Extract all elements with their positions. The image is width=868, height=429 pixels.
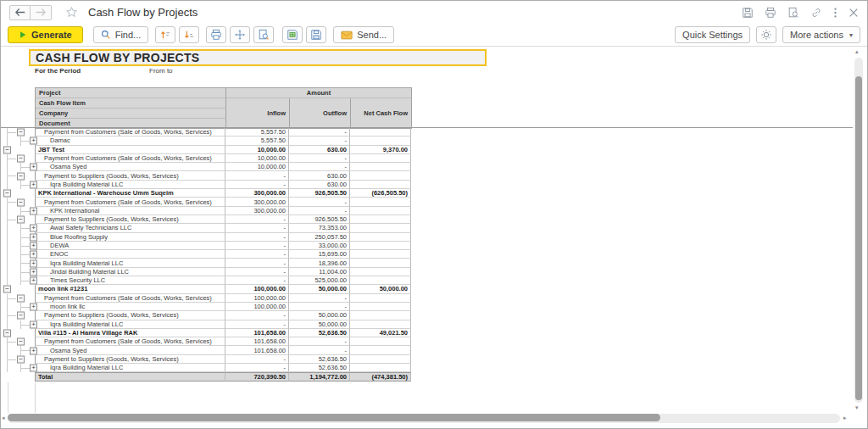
table-row[interactable]: +Osama Syed101,658.00- <box>1 346 411 354</box>
table-row[interactable]: −Payment to Suppliers (Goods, Works, Ser… <box>1 311 411 320</box>
table-row[interactable]: +Times Security LLC-525,000.00 <box>1 276 411 285</box>
collapse-icon[interactable]: − <box>17 155 25 163</box>
expand-icon[interactable]: + <box>30 259 37 267</box>
expand-icon[interactable]: + <box>30 268 37 276</box>
cell-outflow[interactable]: - <box>289 303 350 311</box>
table-row[interactable]: +Awal Safety Technicians LLC-73,353.00 <box>1 224 411 232</box>
print-icon[interactable] <box>765 7 776 19</box>
cell-outflow[interactable]: - <box>289 337 350 346</box>
cell-inflow[interactable]: - <box>225 364 289 372</box>
expand-icon[interactable]: + <box>30 137 37 145</box>
table-row[interactable]: −Villa #115 - Al Hamra Village RAK101,65… <box>1 329 411 337</box>
cell-outflow[interactable]: - <box>289 207 350 215</box>
cell-outflow[interactable]: 33,000.00 <box>289 242 350 250</box>
scroll-right-icon[interactable]: ▸ <box>843 415 847 421</box>
cell-net[interactable] <box>350 311 411 320</box>
expand-icon[interactable]: + <box>30 347 37 354</box>
link-icon[interactable] <box>810 7 822 19</box>
cell-net[interactable] <box>350 181 411 189</box>
fit-to-page-button[interactable] <box>230 26 250 43</box>
cell-net[interactable] <box>350 294 411 303</box>
vertical-scroll-thumb[interactable] <box>855 76 862 400</box>
table-row[interactable]: Total720,390.501,194,772.00(474,381.50) <box>1 372 411 381</box>
table-row[interactable]: −KPK International - Warehouse Umm Suqei… <box>1 189 411 198</box>
expand-icon[interactable]: + <box>30 251 37 259</box>
cell-label[interactable]: Villa #115 - Al Hamra Village RAK <box>35 329 225 337</box>
table-row[interactable]: −Payment to Suppliers (Goods, Works, Ser… <box>1 215 411 224</box>
sort-ascending-button[interactable] <box>155 26 175 43</box>
collapse-icon[interactable]: − <box>17 338 25 346</box>
expand-icon[interactable]: + <box>30 320 37 328</box>
cell-label[interactable]: Total <box>35 372 225 381</box>
cell-label[interactable]: ENOC <box>35 250 225 259</box>
cell-inflow[interactable]: - <box>225 224 289 232</box>
cell-net[interactable]: (626,505.50) <box>350 189 411 198</box>
scroll-down-icon[interactable]: ▾ <box>855 404 859 411</box>
cell-net[interactable] <box>350 207 411 215</box>
horizontal-scroll-thumb[interactable] <box>8 414 660 421</box>
cell-label[interactable]: Damac <box>35 136 225 145</box>
table-row[interactable]: +Osama Syed10,000.00- <box>1 163 411 171</box>
cell-label[interactable]: DEWA <box>35 242 225 250</box>
collapse-icon[interactable]: − <box>17 129 25 136</box>
cell-inflow[interactable]: 300,000.00 <box>225 189 289 198</box>
header-company[interactable]: Company <box>36 109 226 119</box>
cell-label[interactable]: Iqra Building Material LLC <box>35 320 225 329</box>
cell-inflow[interactable]: - <box>225 181 289 189</box>
cell-inflow[interactable]: 101,658.00 <box>225 329 289 337</box>
table-row[interactable]: +Jindal Building Material LLC-11,004.00 <box>1 268 411 276</box>
cell-net[interactable]: (474,381.50) <box>350 372 411 381</box>
cell-label[interactable]: Payment from Customers (Sale of Goods, W… <box>35 154 225 163</box>
cell-outflow[interactable]: 73,353.00 <box>289 224 350 232</box>
cell-outflow[interactable]: - <box>289 163 350 171</box>
forward-button[interactable] <box>31 5 52 20</box>
cell-inflow[interactable]: 300,000.00 <box>225 207 289 215</box>
collapse-icon[interactable]: − <box>17 172 25 180</box>
cell-label[interactable]: KPK International - Warehouse Umm Suqeim <box>35 189 225 198</box>
collapse-icon[interactable]: − <box>3 190 11 198</box>
expand-icon[interactable]: + <box>30 164 37 171</box>
scroll-left-icon[interactable]: ◂ <box>2 415 5 421</box>
collapse-icon[interactable]: − <box>3 329 11 337</box>
expand-icon[interactable]: + <box>30 304 37 311</box>
table-row[interactable]: +ENOC-15,695.00 <box>1 250 411 259</box>
cell-net[interactable] <box>350 224 411 232</box>
table-row[interactable]: −moon link #1231100,000.0050,000.0050,00… <box>1 285 411 293</box>
table-row[interactable]: +KPK International300,000.00- <box>1 207 411 215</box>
table-row[interactable]: −Payment from Customers (Sale of Goods, … <box>1 198 411 206</box>
cell-outflow[interactable]: 11,004.00 <box>289 268 350 276</box>
cell-inflow[interactable]: - <box>225 259 289 267</box>
cell-outflow[interactable]: 52,636.50 <box>289 364 350 372</box>
sort-descending-button[interactable] <box>179 26 199 43</box>
collapse-icon[interactable]: − <box>17 294 25 302</box>
cell-inflow[interactable]: - <box>225 320 289 329</box>
cell-inflow[interactable]: 5,557.50 <box>225 136 289 145</box>
cell-outflow[interactable]: - <box>289 128 350 136</box>
cell-net[interactable] <box>350 268 411 276</box>
table-row[interactable]: +Iqra Building Material LLC-630.00 <box>1 181 411 189</box>
collapse-icon[interactable]: − <box>17 355 25 363</box>
cell-net[interactable] <box>350 250 411 259</box>
cell-label[interactable]: Payment from Customers (Sale of Goods, W… <box>35 337 225 346</box>
table-row[interactable]: −Payment from Customers (Sale of Goods, … <box>1 294 411 303</box>
collapse-icon[interactable]: − <box>3 286 11 293</box>
cell-inflow[interactable]: - <box>225 268 289 276</box>
table-row[interactable]: −Payment to Suppliers (Goods, Works, Ser… <box>1 171 411 180</box>
cell-inflow[interactable]: 10,000.00 <box>225 154 289 163</box>
expand-icon[interactable]: + <box>30 242 37 250</box>
cell-inflow[interactable]: - <box>225 276 289 285</box>
table-row[interactable]: +Iqra Building Material LLC-50,000.00 <box>1 320 411 329</box>
cell-net[interactable] <box>350 233 411 242</box>
preview-icon[interactable] <box>787 7 799 19</box>
cell-label[interactable]: Iqra Building Material LLC <box>35 181 225 189</box>
expand-icon[interactable]: + <box>30 277 37 285</box>
cell-net[interactable] <box>350 163 411 171</box>
cell-outflow[interactable]: - <box>289 198 350 206</box>
cell-net[interactable] <box>350 355 411 364</box>
scroll-up-icon[interactable]: ▴ <box>855 48 859 55</box>
cell-label[interactable]: Iqra Building Material LLC <box>35 259 225 267</box>
cell-label[interactable]: Payment to Suppliers (Goods, Works, Serv… <box>35 355 225 364</box>
export-file-button[interactable] <box>282 26 303 43</box>
settings-button[interactable] <box>756 26 776 43</box>
cell-net[interactable]: 49,021.50 <box>350 329 411 337</box>
